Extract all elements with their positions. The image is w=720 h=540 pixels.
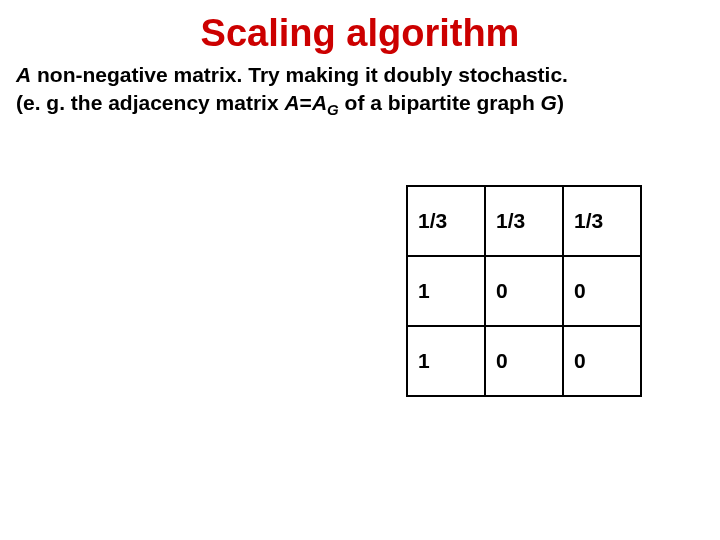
matrix-cell: 1 <box>407 326 485 396</box>
desc-text-2: (e. g. the adjacency matrix <box>16 91 284 114</box>
table-row: 1 0 0 <box>407 256 641 326</box>
eq-sign: = <box>300 91 312 114</box>
matrix-cell: 0 <box>563 256 641 326</box>
desc-text-4: ) <box>557 91 564 114</box>
matrix-container: 1/3 1/3 1/3 1 0 0 1 0 0 <box>406 185 642 397</box>
var-A1: A <box>16 63 31 86</box>
desc-text-3: of a bipartite graph <box>339 91 541 114</box>
slide-title: Scaling algorithm <box>0 0 720 61</box>
var-G: G <box>541 91 557 114</box>
var-A2: A <box>284 91 299 114</box>
var-A3: A <box>312 91 327 114</box>
matrix-cell: 0 <box>485 326 563 396</box>
matrix-cell: 1/3 <box>485 186 563 256</box>
matrix-cell: 0 <box>485 256 563 326</box>
table-row: 1/3 1/3 1/3 <box>407 186 641 256</box>
sub-G: G <box>327 102 339 119</box>
slide-description: A non-negative matrix. Try making it dou… <box>0 61 720 121</box>
matrix-cell: 1 <box>407 256 485 326</box>
matrix-table: 1/3 1/3 1/3 1 0 0 1 0 0 <box>406 185 642 397</box>
desc-text-1: non-negative matrix. Try making it doubl… <box>31 63 568 86</box>
matrix-cell: 1/3 <box>563 186 641 256</box>
matrix-cell: 1/3 <box>407 186 485 256</box>
matrix-cell: 0 <box>563 326 641 396</box>
table-row: 1 0 0 <box>407 326 641 396</box>
